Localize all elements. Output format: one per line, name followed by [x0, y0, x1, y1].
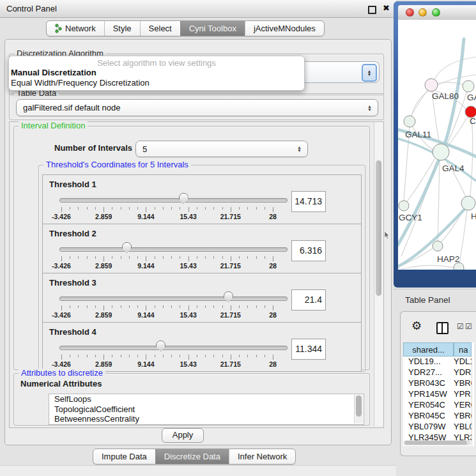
checkbox-icon[interactable]: ☑: [465, 323, 472, 330]
attribute-list-item[interactable]: TopologicalCoefficient: [49, 404, 364, 415]
slider-tick: [163, 256, 164, 259]
network-node[interactable]: [461, 196, 475, 210]
network-node[interactable]: [454, 263, 464, 270]
tab-style[interactable]: Style: [104, 21, 140, 36]
slider-track[interactable]: [59, 247, 288, 252]
network-node[interactable]: [433, 241, 443, 251]
vertical-scrollbar[interactable]: [374, 122, 383, 426]
network-node[interactable]: [404, 116, 415, 127]
threshold-value-field[interactable]: 11.344: [291, 339, 326, 360]
tab-network[interactable]: Network: [47, 21, 104, 36]
slider-tick: [239, 207, 240, 210]
attribute-list-item[interactable]: BetweennessCentrality: [49, 414, 364, 424]
float-window-icon[interactable]: [368, 6, 376, 14]
slider-tick: [197, 256, 197, 259]
slider-tick: [256, 256, 257, 259]
scrollbar-thumb[interactable]: [404, 441, 467, 445]
network-view-window[interactable]: GAL80GACGAL11GAL4GCY1HAHAP2: [394, 1, 476, 288]
slider-track[interactable]: [59, 296, 288, 301]
slider-tick: [104, 256, 104, 261]
slider-track[interactable]: [59, 346, 288, 350]
threshold-row: Threshold 4-3.4262.8599.14415.4321.71528…: [42, 322, 362, 372]
table-row[interactable]: YLR345WYLR3...: [403, 433, 472, 440]
table-row[interactable]: YBR045CYBR0...: [403, 411, 472, 422]
slider-tick: [197, 207, 197, 210]
slider-tick: [104, 305, 104, 311]
algorithm-combobox[interactable]: ▲▼: [294, 61, 380, 83]
slider-tick-label: 9.144: [137, 262, 154, 270]
tab-cyni-toolbox[interactable]: Cyni Toolbox: [180, 21, 245, 36]
network-node[interactable]: [463, 81, 474, 92]
table-data-combobox[interactable]: galFiltered.sif default node ▲▼: [16, 99, 378, 116]
apply-button[interactable]: Apply: [162, 428, 204, 443]
combobox-stepper-icon[interactable]: ▲▼: [362, 64, 377, 82]
minimize-light-icon[interactable]: [418, 8, 427, 17]
gear-icon[interactable]: ⚙: [411, 320, 422, 332]
network-node[interactable]: [399, 201, 409, 211]
checkbox-icon[interactable]: ☑: [457, 323, 464, 330]
slider-tick-label: 9.144: [137, 311, 154, 319]
tab-impute-data[interactable]: Impute Data: [93, 449, 155, 464]
attribute-list-item[interactable]: SelfLoops: [49, 394, 364, 404]
network-edge[interactable]: [434, 57, 476, 80]
column-header-name[interactable]: na: [454, 342, 472, 357]
num-intervals-combobox[interactable]: 5 ▲▼: [135, 141, 308, 157]
threshold-value-field[interactable]: 6.316: [291, 240, 326, 261]
algorithm-option[interactable]: Manual Discretization: [11, 68, 302, 77]
num-intervals-value: 5: [136, 144, 296, 154]
column-divider: [472, 357, 472, 446]
slider-tick: [61, 355, 62, 360]
network-edge[interactable]: [401, 265, 454, 269]
interval-definition-group: Interval Definition Number of Intervals …: [13, 126, 370, 370]
threshold-row: Threshold 2-3.4262.8599.14415.4321.71528…: [42, 224, 362, 273]
zoom-light-icon[interactable]: [432, 8, 440, 17]
horizontal-scrollbar[interactable]: [404, 440, 471, 445]
control-panel-titlebar: Control Panel ✖: [0, 0, 396, 18]
table-row[interactable]: YDL19...YDL1...: [403, 357, 472, 367]
slider-tick: [213, 256, 214, 259]
tab-select[interactable]: Select: [140, 21, 180, 36]
table-row[interactable]: YBL079WYBL0...: [403, 422, 472, 433]
slider-tick: [87, 256, 88, 259]
slider-tick: [231, 207, 231, 212]
slider-tick: [231, 256, 231, 261]
list-scrollbar[interactable]: [354, 395, 363, 424]
algorithm-option[interactable]: Equal Width/Frequency Discretization: [11, 78, 302, 88]
tab-jactivemnodules[interactable]: jActiveMNodules: [245, 21, 324, 36]
slider-tick: [256, 355, 257, 357]
slider-tick: [273, 207, 273, 212]
network-canvas[interactable]: GAL80GACGAL11GAL4GCY1HAHAP2: [398, 20, 476, 270]
cell-shared-name: YDR27...: [403, 367, 454, 378]
network-window-titlebar[interactable]: [398, 5, 476, 20]
table-row[interactable]: YBR043CYBR0...: [403, 378, 472, 389]
close-icon[interactable]: ✖: [383, 3, 390, 13]
slider-tick: [121, 355, 121, 357]
slider-track[interactable]: [59, 198, 288, 203]
table-row[interactable]: YPR145WYPR1...: [403, 389, 472, 400]
threshold-value-field[interactable]: 21.4: [291, 289, 326, 311]
slider-tick-label: 28: [269, 213, 277, 220]
slider-tick: [171, 305, 172, 308]
slider-tick-label: -3.426: [52, 213, 71, 220]
network-edge[interactable]: [459, 210, 467, 268]
column-browser-icon[interactable]: [436, 322, 449, 334]
tab-infer-network[interactable]: Infer Network: [229, 449, 295, 464]
cell-name: YDL1...: [454, 357, 472, 367]
slider-tick: [163, 355, 164, 357]
slider-tick: [129, 305, 130, 308]
scrollbar-thumb[interactable]: [376, 160, 381, 296]
threshold-value-field[interactable]: 14.713: [291, 191, 326, 212]
scrollbar-thumb[interactable]: [356, 395, 362, 417]
slider-tick: [70, 355, 70, 357]
network-node-label: GAL11: [405, 130, 431, 139]
attributes-list[interactable]: SelfLoopsTopologicalCoefficientBetweenne…: [49, 394, 364, 425]
slider-tick: [121, 256, 121, 259]
slider-tick: [146, 207, 146, 212]
table-row[interactable]: YER054CYER0...: [403, 400, 472, 411]
tab-discretize-data[interactable]: Discretize Data: [155, 449, 229, 464]
table-row[interactable]: YDR27...YDR2...: [403, 367, 472, 378]
network-node[interactable]: [425, 79, 438, 91]
network-node[interactable]: [433, 144, 449, 160]
column-header-shared-name[interactable]: shared...: [403, 342, 454, 357]
close-light-icon[interactable]: [406, 8, 414, 17]
